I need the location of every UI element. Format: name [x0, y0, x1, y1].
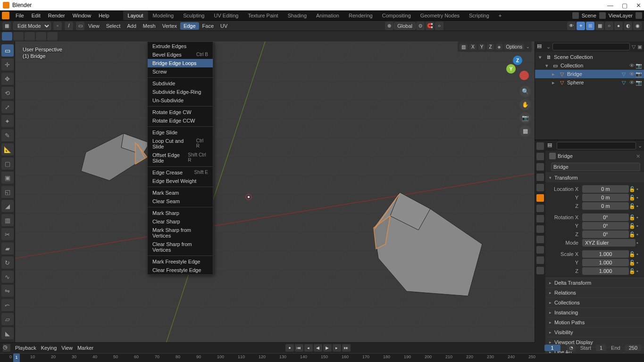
end-frame[interactable]: 250	[625, 345, 641, 351]
close-button[interactable]: ✕	[636, 2, 641, 9]
shear-tool-icon[interactable]: ▱	[1, 313, 14, 325]
menu-item-subdivide[interactable]: Subdivide	[148, 79, 213, 88]
pan-icon[interactable]: ✋	[519, 99, 531, 110]
gizmo-y-axis[interactable]: Y	[506, 64, 516, 74]
keying-menu[interactable]: Keying	[41, 345, 57, 351]
rotate-tool-icon[interactable]: ⟲	[1, 87, 14, 99]
material-shading-icon[interactable]: ◐	[624, 22, 632, 30]
tab-uv-editing[interactable]: UV Editing	[209, 11, 243, 20]
edge-menu[interactable]: Edge	[180, 22, 199, 30]
minimize-button[interactable]: —	[607, 2, 613, 9]
keyframe-dot-icon[interactable]: •	[636, 268, 640, 274]
material-props-tab-icon[interactable]	[536, 256, 544, 264]
lock-icon[interactable]: 🔓	[629, 260, 636, 266]
navigation-gizmo[interactable]: Z Y	[504, 56, 531, 82]
menu-item-edge-crease[interactable]: Edge CreaseShift E	[148, 168, 213, 177]
outliner-filter-icon[interactable]: ▽	[632, 44, 636, 50]
scene-props-tab-icon[interactable]	[536, 173, 544, 181]
tab-compositing[interactable]: Compositing	[377, 11, 416, 20]
camera-view-icon[interactable]: 📷	[519, 112, 531, 123]
tab-layout[interactable]: Layout	[123, 11, 148, 20]
zoom-icon[interactable]: 🔍	[519, 86, 531, 97]
timeline-view-menu[interactable]: View	[61, 345, 73, 351]
object-name-field[interactable]	[551, 163, 640, 171]
3d-viewport[interactable]: User Perspective (1) Bridge ▥ X Y Z ⎈ Op…	[15, 41, 535, 342]
timeline-ruler[interactable]: 1 01020304050607080901001101201301401501…	[0, 353, 644, 362]
edge-slide-tool-icon[interactable]: ⇋	[1, 285, 14, 297]
autokey-icon[interactable]: ●	[285, 344, 294, 352]
pin-icon[interactable]: ⤬	[636, 153, 640, 159]
bevel-tool-icon[interactable]: ◢	[1, 200, 14, 212]
face-select-icon[interactable]: ▭	[76, 22, 84, 30]
props-options-icon[interactable]: ⌄	[638, 143, 642, 149]
start-frame[interactable]: 1	[596, 345, 606, 351]
tab-modeling[interactable]: Modeling	[148, 11, 179, 20]
menu-item-loop-cut-and-slide[interactable]: Loop Cut and SlideCtrl R	[148, 137, 213, 151]
tab-texture-paint[interactable]: Texture Paint	[243, 11, 283, 20]
inset-tool-icon[interactable]: ◱	[1, 186, 14, 198]
shrink-tool-icon[interactable]: ⤺	[1, 299, 14, 311]
view-menu[interactable]: View	[85, 22, 103, 30]
menu-item-bridge-edge-loops[interactable]: Bridge Edge Loops	[148, 59, 213, 67]
jump-start-icon[interactable]: ⏮	[295, 344, 303, 352]
menu-item-mark-seam[interactable]: Mark Seam	[148, 189, 213, 197]
extrude-tool-icon[interactable]: ▣	[1, 172, 14, 184]
tab-scripting[interactable]: Scripting	[464, 11, 494, 20]
modifier-props-tab-icon[interactable]	[536, 205, 544, 212]
particle-props-tab-icon[interactable]	[536, 215, 544, 222]
keyframe-dot-icon[interactable]: •	[636, 223, 640, 229]
current-frame[interactable]: 1	[544, 345, 560, 351]
menu-item-mark-freestyle-edge[interactable]: Mark Freestyle Edge	[148, 257, 213, 266]
uv-menu[interactable]: UV	[217, 22, 231, 30]
keyframe-dot-icon[interactable]: •	[636, 260, 640, 265]
object-props-tab-icon[interactable]	[536, 194, 544, 202]
outliner-item-sphere[interactable]: ▸▽Sphere▽👁📷	[535, 78, 644, 87]
perspective-icon[interactable]: ▦	[519, 125, 531, 137]
keyframe-dot-icon[interactable]: •	[636, 231, 640, 237]
solid-shading-icon[interactable]: ●	[614, 22, 623, 30]
lock-icon[interactable]: 🔓	[629, 186, 636, 192]
timeline-cursor[interactable]: 1	[13, 354, 20, 362]
props-editor-icon[interactable]: ▤	[547, 142, 555, 149]
menu-item-edge-bevel-weight[interactable]: Edge Bevel Weight	[148, 177, 213, 185]
gizmo-x-axis[interactable]	[519, 71, 529, 80]
edge-select-icon[interactable]: /	[65, 22, 73, 30]
spin-tool-icon[interactable]: ↻	[1, 256, 14, 269]
timeline-editor-icon[interactable]: ◷	[3, 344, 10, 352]
transform-panel-header[interactable]: ▾ Transform	[545, 173, 644, 182]
maximize-button[interactable]: ▢	[622, 2, 627, 9]
panel-instancing[interactable]: ▸Instancing	[545, 308, 644, 317]
render-props-tab-icon[interactable]	[536, 142, 544, 150]
rotation-z-value[interactable]: 0°	[582, 230, 629, 238]
render-menu[interactable]: Render	[45, 12, 68, 19]
menu-item-un-subdivide[interactable]: Un-Subdivide	[148, 96, 213, 105]
annotate-tool-icon[interactable]: ✎	[1, 129, 14, 141]
blender-icon[interactable]	[2, 12, 9, 19]
mode-selector[interactable]: Edit Mode	[13, 22, 51, 30]
transform-tool-icon[interactable]: ✦	[1, 115, 14, 127]
panel-delta-transform[interactable]: ▸Delta Transform	[545, 278, 644, 288]
props-search[interactable]	[557, 142, 636, 149]
menu-item-rotate-edge-ccw[interactable]: Rotate Edge CCW	[148, 116, 213, 125]
keyframe-next-icon[interactable]: ▸	[333, 344, 341, 352]
keyframe-dot-icon[interactable]: •	[636, 240, 640, 246]
sel-mode-3-icon[interactable]	[25, 32, 35, 41]
select-menu[interactable]: Select	[103, 22, 124, 30]
output-props-tab-icon[interactable]	[536, 153, 544, 160]
add-cube-tool-icon[interactable]: ▢	[1, 157, 14, 170]
outliner-search[interactable]	[552, 43, 630, 50]
menu-item-clear-sharp[interactable]: Clear Sharp	[148, 217, 213, 226]
lock-icon[interactable]: 🔓	[629, 203, 636, 209]
window-menu[interactable]: Window	[69, 12, 94, 19]
panel-collections[interactable]: ▸Collections	[545, 298, 644, 307]
viewlayer-name[interactable]: ViewLayer	[609, 13, 633, 18]
vertex-select-icon[interactable]: ▫	[53, 22, 62, 30]
menu-item-rotate-edge-cw[interactable]: Rotate Edge CW	[148, 108, 213, 116]
panel-relations[interactable]: ▸Relations	[545, 288, 644, 297]
options-chevron-icon[interactable]: ⌄	[526, 44, 530, 49]
menu-item-mark-sharp[interactable]: Mark Sharp	[148, 209, 213, 217]
marker-menu[interactable]: Marker	[77, 345, 93, 351]
axis-y-label[interactable]: Y	[478, 44, 485, 50]
rip-tool-icon[interactable]: ◣	[1, 327, 14, 339]
scale-y-value[interactable]: 1.000	[582, 259, 629, 266]
